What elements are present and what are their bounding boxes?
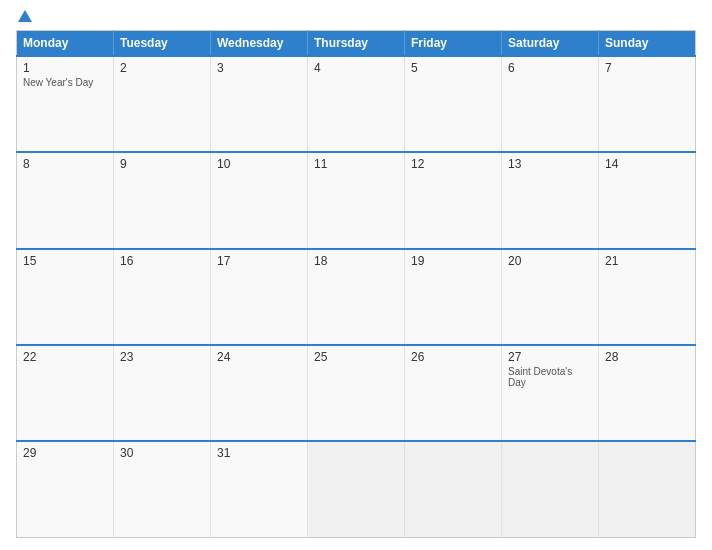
calendar-week-row: 293031 [17, 441, 696, 537]
calendar-cell: 31 [211, 441, 308, 537]
day-number: 22 [23, 350, 107, 364]
calendar-week-row: 891011121314 [17, 152, 696, 248]
day-number: 5 [411, 61, 495, 75]
calendar-cell: 1New Year's Day [17, 56, 114, 152]
day-number: 29 [23, 446, 107, 460]
weekday-header-wednesday: Wednesday [211, 31, 308, 57]
weekday-header-saturday: Saturday [502, 31, 599, 57]
calendar-cell: 14 [599, 152, 696, 248]
day-number: 20 [508, 254, 592, 268]
calendar-cell: 9 [114, 152, 211, 248]
day-number: 10 [217, 157, 301, 171]
calendar-cell: 29 [17, 441, 114, 537]
weekday-header-tuesday: Tuesday [114, 31, 211, 57]
calendar-cell: 30 [114, 441, 211, 537]
calendar-cell [308, 441, 405, 537]
calendar-table: MondayTuesdayWednesdayThursdayFridaySatu… [16, 30, 696, 538]
day-number: 21 [605, 254, 689, 268]
day-number: 13 [508, 157, 592, 171]
day-number: 8 [23, 157, 107, 171]
day-number: 23 [120, 350, 204, 364]
weekday-header-row: MondayTuesdayWednesdayThursdayFridaySatu… [17, 31, 696, 57]
day-number: 19 [411, 254, 495, 268]
day-number: 9 [120, 157, 204, 171]
calendar-cell: 7 [599, 56, 696, 152]
logo-triangle-icon [18, 10, 32, 22]
holiday-label: Saint Devota's Day [508, 366, 592, 388]
calendar-cell: 13 [502, 152, 599, 248]
calendar-cell: 8 [17, 152, 114, 248]
weekday-header-sunday: Sunday [599, 31, 696, 57]
weekday-header-friday: Friday [405, 31, 502, 57]
weekday-header-monday: Monday [17, 31, 114, 57]
calendar-cell: 12 [405, 152, 502, 248]
calendar-cell: 25 [308, 345, 405, 441]
day-number: 3 [217, 61, 301, 75]
day-number: 16 [120, 254, 204, 268]
header [16, 12, 696, 22]
calendar-cell: 4 [308, 56, 405, 152]
day-number: 4 [314, 61, 398, 75]
calendar-week-row: 15161718192021 [17, 249, 696, 345]
day-number: 25 [314, 350, 398, 364]
calendar-cell [502, 441, 599, 537]
calendar-cell: 27Saint Devota's Day [502, 345, 599, 441]
day-number: 15 [23, 254, 107, 268]
day-number: 7 [605, 61, 689, 75]
calendar-cell: 10 [211, 152, 308, 248]
day-number: 31 [217, 446, 301, 460]
weekday-header-thursday: Thursday [308, 31, 405, 57]
calendar-cell [599, 441, 696, 537]
calendar-cell: 23 [114, 345, 211, 441]
calendar-cell: 17 [211, 249, 308, 345]
day-number: 11 [314, 157, 398, 171]
day-number: 1 [23, 61, 107, 75]
day-number: 30 [120, 446, 204, 460]
calendar-cell: 20 [502, 249, 599, 345]
day-number: 24 [217, 350, 301, 364]
logo [16, 12, 32, 22]
calendar-cell: 19 [405, 249, 502, 345]
calendar-page: MondayTuesdayWednesdayThursdayFridaySatu… [0, 0, 712, 550]
calendar-cell: 21 [599, 249, 696, 345]
calendar-cell: 5 [405, 56, 502, 152]
calendar-cell: 15 [17, 249, 114, 345]
day-number: 18 [314, 254, 398, 268]
calendar-cell: 28 [599, 345, 696, 441]
holiday-label: New Year's Day [23, 77, 107, 88]
day-number: 2 [120, 61, 204, 75]
calendar-cell: 11 [308, 152, 405, 248]
calendar-cell: 18 [308, 249, 405, 345]
day-number: 26 [411, 350, 495, 364]
calendar-cell [405, 441, 502, 537]
calendar-cell: 3 [211, 56, 308, 152]
day-number: 27 [508, 350, 592, 364]
calendar-cell: 2 [114, 56, 211, 152]
calendar-cell: 16 [114, 249, 211, 345]
day-number: 28 [605, 350, 689, 364]
day-number: 14 [605, 157, 689, 171]
day-number: 6 [508, 61, 592, 75]
calendar-cell: 26 [405, 345, 502, 441]
calendar-week-row: 222324252627Saint Devota's Day28 [17, 345, 696, 441]
calendar-cell: 6 [502, 56, 599, 152]
day-number: 12 [411, 157, 495, 171]
calendar-week-row: 1New Year's Day234567 [17, 56, 696, 152]
day-number: 17 [217, 254, 301, 268]
calendar-cell: 22 [17, 345, 114, 441]
calendar-cell: 24 [211, 345, 308, 441]
